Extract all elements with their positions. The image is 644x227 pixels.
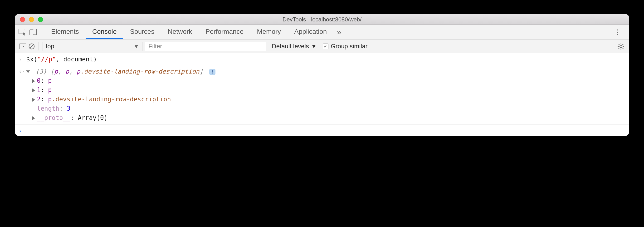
inspect-tools (18, 29, 42, 36)
tab-console[interactable]: Console (86, 25, 124, 39)
array-entries: 0: p 1: p 2: p.devsite-landing-row-descr… (26, 76, 626, 123)
disclosure-triangle-icon[interactable] (32, 116, 35, 120)
console-input-row[interactable]: › $x("//p", document) (15, 53, 629, 65)
close-window-button[interactable] (20, 17, 25, 22)
tab-sources[interactable]: Sources (123, 25, 161, 39)
tab-overflow-button[interactable]: » (334, 27, 344, 37)
disclosure-triangle-icon[interactable] (32, 98, 35, 102)
disclosure-triangle-icon[interactable] (32, 89, 35, 92)
input-prompt-icon: › (18, 126, 26, 135)
devtools-window: DevTools - localhost:8080/web/ Elements … (15, 14, 629, 136)
svg-line-14 (618, 48, 620, 49)
log-levels-select[interactable]: Default levels ▼ (268, 43, 317, 50)
inspect-element-icon[interactable] (18, 29, 27, 36)
tab-memory[interactable]: Memory (250, 25, 288, 39)
clear-console-icon[interactable] (28, 43, 35, 50)
console-prompt-row[interactable]: › (15, 125, 629, 136)
bracket-open: [ (50, 68, 54, 75)
group-similar-label: Group similar (331, 43, 368, 50)
output-indicator-icon: ‹· (18, 67, 26, 76)
disclosure-triangle-icon[interactable] (32, 79, 35, 83)
window-titlebar: DevTools - localhost:8080/web/ (15, 14, 629, 25)
svg-rect-2 (33, 29, 36, 35)
execution-context-select[interactable]: top ▼ (42, 42, 142, 51)
input-prompt-icon: › (18, 55, 26, 64)
context-value: top (46, 43, 54, 50)
console-result-row[interactable]: ‹· (3) [p, p, p.devsite-landing-row-desc… (15, 65, 629, 125)
tab-application[interactable]: Application (288, 25, 334, 39)
panel-tabs: Elements Console Sources Network Perform… (44, 25, 344, 39)
svg-line-15 (622, 44, 623, 45)
console-output: › $x("//p", document) ‹· (3) [p, p, p.de… (15, 53, 629, 136)
divider (43, 27, 43, 37)
svg-line-13 (622, 48, 623, 49)
show-console-sidebar-icon[interactable] (20, 44, 26, 49)
tab-elements[interactable]: Elements (44, 25, 86, 39)
minimize-window-button[interactable] (29, 17, 34, 22)
array-length: length: 3 (32, 104, 626, 113)
disclosure-triangle-open-icon[interactable] (26, 70, 30, 73)
device-toolbar-icon[interactable] (30, 29, 37, 36)
console-settings-icon[interactable] (617, 43, 624, 50)
chevron-down-icon: ▼ (133, 43, 139, 50)
traffic-lights (15, 17, 43, 22)
group-similar-toggle[interactable]: ✓ Group similar (320, 43, 368, 50)
array-proto[interactable]: __proto__: Array(0) (32, 113, 626, 123)
tab-network[interactable]: Network (161, 25, 199, 39)
array-count: (3) (36, 68, 47, 75)
panel-tabstrip: Elements Console Sources Network Perform… (15, 25, 629, 40)
console-input-text: $x("//p", document) (26, 55, 626, 64)
bracket-close: ] (199, 68, 203, 75)
more-options-button[interactable]: ⋮ (611, 28, 624, 36)
svg-line-6 (30, 45, 33, 48)
svg-line-12 (618, 44, 620, 45)
window-title: DevTools - localhost:8080/web/ (15, 16, 629, 23)
console-toolbar: top ▼ Default levels ▼ ✓ Group similar (15, 40, 629, 53)
array-entry[interactable]: 0: p (32, 76, 626, 85)
array-entry[interactable]: 2: p.devsite-landing-row-description (32, 95, 626, 104)
maximize-window-button[interactable] (38, 17, 43, 22)
levels-label: Default levels (272, 43, 309, 50)
tab-performance[interactable]: Performance (199, 25, 250, 39)
chevron-down-icon: ▼ (311, 43, 317, 50)
info-icon[interactable]: i (209, 69, 216, 75)
svg-point-7 (620, 45, 622, 48)
divider (38, 42, 39, 51)
checkbox-icon: ✓ (323, 44, 328, 49)
array-summary-line[interactable]: (3) [p, p, p.devsite-landing-row-descrip… (26, 67, 626, 76)
divider (607, 27, 608, 37)
console-filter-input[interactable] (145, 42, 266, 51)
array-entry[interactable]: 1: p (32, 85, 626, 95)
